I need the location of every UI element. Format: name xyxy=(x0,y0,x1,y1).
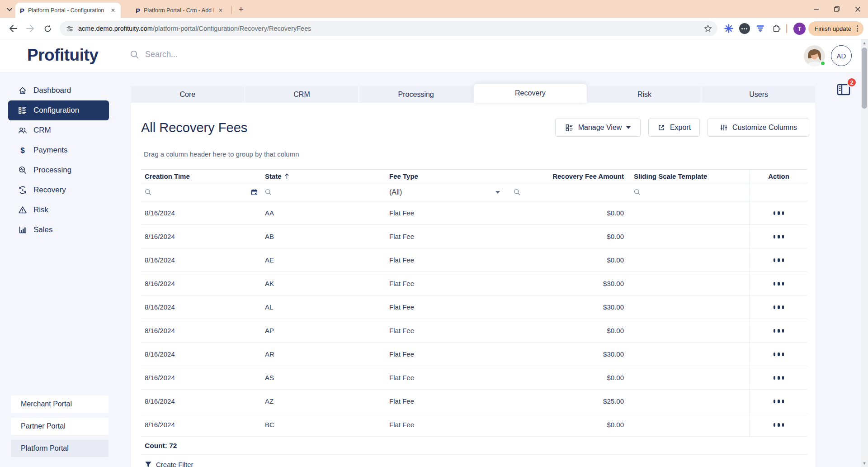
sidebar-item-dashboard[interactable]: Dashboard xyxy=(8,81,109,100)
app-viewport: Profituity AD xyxy=(0,39,861,467)
column-header-fee-type[interactable]: Fee Type xyxy=(386,172,510,180)
tab-processing[interactable]: Processing xyxy=(359,86,472,103)
table-row[interactable]: 8/16/2024 AZ Flat Fee $25.00 xyxy=(141,390,807,413)
cell-amount: $30.00 xyxy=(510,303,627,311)
finish-update-button[interactable]: Finish update xyxy=(808,21,863,36)
platform-portal-link[interactable]: Platform Portal xyxy=(11,440,108,457)
row-actions-menu-icon[interactable] xyxy=(774,423,784,427)
page-scrollbar[interactable]: ▲ ▼ xyxy=(861,39,868,467)
column-header-creation-time[interactable]: Creation Time xyxy=(141,172,261,180)
row-actions-menu-icon[interactable] xyxy=(774,353,784,356)
export-button[interactable]: Export xyxy=(648,119,700,137)
sidebar-item-processing[interactable]: Processing xyxy=(8,160,109,180)
cell-fee-type: Flat Fee xyxy=(386,350,510,358)
scroll-down-arrow[interactable]: ▼ xyxy=(861,460,868,467)
tab-core[interactable]: Core xyxy=(131,86,244,103)
table-row[interactable]: 8/16/2024 AE Flat Fee $0.00 xyxy=(141,248,807,272)
customize-columns-button[interactable]: Customize Columns xyxy=(708,119,809,137)
close-tab-icon[interactable]: ✕ xyxy=(109,6,117,14)
dollar-icon: $ xyxy=(18,146,27,155)
extensions-puzzle-icon[interactable] xyxy=(770,23,782,34)
column-header-amount[interactable]: Recovery Fee Amount xyxy=(510,172,627,180)
cell-creation-time: 8/16/2024 xyxy=(141,421,261,429)
column-header-state[interactable]: State xyxy=(261,172,386,180)
search-input[interactable] xyxy=(144,49,289,60)
table-row[interactable]: 8/16/2024 AL Flat Fee $30.00 xyxy=(141,295,807,319)
tab-search-button[interactable] xyxy=(4,4,15,15)
table-header-row: Creation Time State Fee Type Recovery Fe… xyxy=(141,169,807,183)
extension-filter-bars-icon[interactable] xyxy=(755,23,766,34)
table-row[interactable]: 8/16/2024 AK Flat Fee $30.00 xyxy=(141,272,807,295)
sidebar-item-payments[interactable]: $ Payments xyxy=(8,140,109,160)
table-row[interactable]: 8/16/2024 AP Flat Fee $0.00 xyxy=(141,319,807,343)
cell-fee-type: Flat Fee xyxy=(386,280,510,287)
row-actions-menu-icon[interactable] xyxy=(774,235,784,238)
minimize-button[interactable] xyxy=(806,0,826,18)
url-bar[interactable]: acme.demo.profituity.com/platform-portal… xyxy=(60,21,717,36)
manage-view-button[interactable]: Manage View xyxy=(555,119,641,137)
table-row[interactable]: 8/16/2024 AS Flat Fee $0.00 xyxy=(141,366,807,390)
browser-profile-avatar[interactable]: T xyxy=(793,23,806,35)
new-tab-button[interactable]: + xyxy=(236,4,246,15)
cell-amount: $30.00 xyxy=(510,280,627,287)
sidebar-item-configuration[interactable]: Configuration xyxy=(8,100,109,120)
table-row[interactable]: 8/16/2024 AB Flat Fee $0.00 xyxy=(141,225,807,248)
browser-tab-inactive[interactable]: P Platform Portal - Crm - Add Me ✕ xyxy=(131,3,228,18)
restore-button[interactable] xyxy=(826,0,847,18)
cell-action xyxy=(750,295,807,319)
chevron-down-icon[interactable] xyxy=(495,191,500,194)
svg-text:$: $ xyxy=(20,146,25,155)
cell-fee-type: Flat Fee xyxy=(386,397,510,405)
bookmark-star-icon[interactable] xyxy=(704,24,712,33)
close-window-button[interactable] xyxy=(847,0,868,18)
row-actions-menu-icon[interactable] xyxy=(774,211,784,215)
cell-state: AK xyxy=(261,280,386,287)
table-row[interactable]: 8/16/2024 AA Flat Fee $0.00 xyxy=(141,201,807,225)
extension-starburst-icon[interactable] xyxy=(723,23,735,34)
row-actions-menu-icon[interactable] xyxy=(774,282,784,286)
sidebar-item-crm[interactable]: CRM xyxy=(8,120,109,140)
reload-button[interactable] xyxy=(40,21,55,36)
browser-window: P Platform Portal - Configuration ✕ P Pl… xyxy=(0,0,868,467)
filter-creation-time[interactable] xyxy=(141,189,261,195)
sidebar-item-risk[interactable]: Risk xyxy=(8,200,109,220)
filter-sliding-scale[interactable] xyxy=(627,189,750,195)
sidebar-item-label: Dashboard xyxy=(33,86,71,95)
browser-tab-active[interactable]: P Platform Portal - Configuration ✕ xyxy=(15,3,121,18)
sidebar-item-sales[interactable]: Sales xyxy=(8,220,109,240)
site-settings-icon[interactable] xyxy=(66,25,74,33)
back-button[interactable] xyxy=(5,21,21,36)
filter-state[interactable] xyxy=(261,189,386,195)
filter-amount[interactable] xyxy=(510,189,627,195)
filter-fee-type-dropdown[interactable]: (All) xyxy=(386,188,510,196)
tab-recovery[interactable]: Recovery xyxy=(474,84,587,103)
row-actions-menu-icon[interactable] xyxy=(774,305,784,309)
tab-title: Platform Portal - Crm - Add Me xyxy=(144,7,214,14)
close-tab-icon[interactable]: ✕ xyxy=(217,6,225,14)
column-header-sliding-scale[interactable]: Sliding Scale Template xyxy=(627,172,750,180)
row-actions-menu-icon[interactable] xyxy=(774,376,784,380)
scrollbar-thumb[interactable] xyxy=(862,48,867,109)
tab-users[interactable]: Users xyxy=(702,86,815,103)
calendar-icon[interactable] xyxy=(251,189,258,195)
tab-risk[interactable]: Risk xyxy=(588,86,701,103)
sidebar-item-recovery[interactable]: Recovery xyxy=(8,180,109,200)
table-row[interactable]: 8/16/2024 BC Flat Fee $0.00 xyxy=(141,413,807,437)
user-avatar[interactable] xyxy=(804,45,825,67)
table-row[interactable]: 8/16/2024 AR Flat Fee $30.00 xyxy=(141,343,807,366)
global-search[interactable] xyxy=(130,49,289,60)
user-initials-badge[interactable]: AD xyxy=(831,45,852,66)
merchant-portal-link[interactable]: Merchant Portal xyxy=(11,396,108,413)
scroll-up-arrow[interactable]: ▲ xyxy=(861,39,868,47)
row-actions-menu-icon[interactable] xyxy=(774,329,784,333)
partner-portal-link[interactable]: Partner Portal xyxy=(11,418,108,435)
extension-chat-icon[interactable] xyxy=(739,23,750,34)
notifications-panel-button[interactable]: 2 xyxy=(836,83,851,96)
tab-crm[interactable]: CRM xyxy=(245,86,359,103)
create-filter-button[interactable]: Create Filter xyxy=(141,461,807,467)
chrome-menu-icon[interactable] xyxy=(855,25,860,32)
row-actions-menu-icon[interactable] xyxy=(774,258,784,262)
row-actions-menu-icon[interactable] xyxy=(774,400,784,403)
forward-button[interactable] xyxy=(23,21,38,36)
cell-amount: $0.00 xyxy=(510,374,627,381)
